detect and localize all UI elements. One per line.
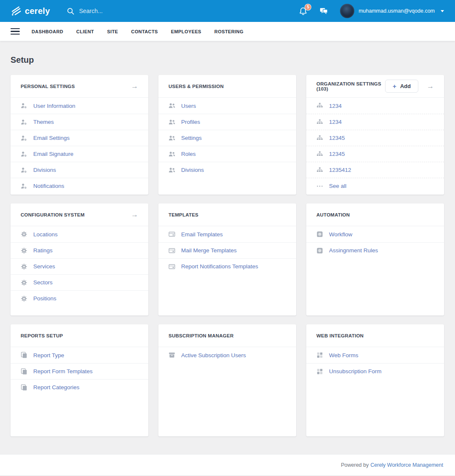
user-gear-icon bbox=[21, 135, 27, 142]
item-report-form-templates[interactable]: Report Form Templates bbox=[11, 363, 148, 379]
add-organization-button[interactable]: + Add bbox=[385, 80, 418, 93]
messages-button[interactable] bbox=[319, 7, 328, 16]
item-divisions-users[interactable]: Divisions bbox=[158, 162, 296, 178]
item-ratings[interactable]: Ratings bbox=[11, 242, 148, 258]
top-header: cerely 5 muhammad.usman@vqode.c bbox=[0, 0, 455, 22]
item-email-templates[interactable]: Email Templates bbox=[158, 226, 296, 242]
gear-icon bbox=[21, 247, 27, 254]
grid-icon bbox=[316, 368, 323, 375]
report-pages-icon bbox=[21, 368, 27, 375]
item-user-information[interactable]: User Information bbox=[11, 98, 148, 114]
users-icon bbox=[169, 102, 175, 109]
card-title: PERSONAL SETTINGS bbox=[21, 84, 75, 89]
card-users-permission: USERS & PERMISSION Users Profiles Settin… bbox=[158, 75, 296, 195]
menu-toggle-button[interactable] bbox=[11, 28, 20, 35]
org-item-4[interactable]: 12345 bbox=[306, 146, 444, 162]
item-workflow[interactable]: Workflow bbox=[306, 226, 444, 242]
user-gear-icon bbox=[21, 167, 27, 174]
item-locations[interactable]: Locations bbox=[11, 226, 148, 242]
sitemap-icon bbox=[316, 119, 323, 126]
nav-item-client[interactable]: CLIENT bbox=[76, 29, 94, 34]
item-themes[interactable]: Themes bbox=[11, 114, 148, 130]
item-roles[interactable]: Roles bbox=[158, 146, 296, 162]
card-title: AUTOMATION bbox=[316, 212, 350, 217]
item-web-forms[interactable]: Web Forms bbox=[306, 347, 444, 363]
notifications-button[interactable]: 5 bbox=[299, 7, 308, 16]
card-title: USERS & PERMISSION bbox=[169, 84, 224, 89]
user-gear-icon bbox=[21, 183, 27, 190]
org-item-5[interactable]: 1235412 bbox=[306, 162, 444, 178]
report-pages-icon bbox=[21, 352, 27, 358]
arrow-right-icon[interactable]: → bbox=[131, 211, 138, 218]
item-unsubscription-form[interactable]: Unsubscription Form bbox=[306, 363, 444, 379]
card-title: SUBSCRIPTION MANAGER bbox=[169, 333, 234, 338]
item-settings[interactable]: Settings bbox=[158, 130, 296, 146]
gear-icon bbox=[21, 295, 27, 302]
org-item-2[interactable]: 1234 bbox=[306, 114, 444, 130]
nav-item-contacts[interactable]: CONTACTS bbox=[131, 29, 158, 34]
arrow-right-icon[interactable]: → bbox=[131, 83, 138, 90]
sitemap-icon bbox=[316, 135, 323, 142]
card-title: TEMPLATES bbox=[169, 212, 198, 217]
card-web-integration: WEB INTEGRATION Web Forms Unsubscription… bbox=[306, 324, 444, 436]
see-all-link[interactable]: See all bbox=[306, 178, 444, 194]
users-icon bbox=[169, 167, 175, 174]
card-title: REPORTS SETUP bbox=[21, 333, 63, 338]
avatar bbox=[340, 4, 354, 18]
card-subscription-manager: SUBSCRIPTION MANAGER Active Subscription… bbox=[158, 324, 296, 436]
archive-icon bbox=[169, 352, 175, 358]
nav-item-dashboard[interactable]: DASHBOARD bbox=[32, 29, 63, 34]
card-personal-settings: PERSONAL SETTINGS → User Information The… bbox=[11, 75, 148, 195]
org-item-1[interactable]: 1234 bbox=[306, 98, 444, 114]
brand-logo[interactable]: cerely bbox=[11, 5, 50, 16]
item-users[interactable]: Users bbox=[158, 98, 296, 114]
nav-item-site[interactable]: SITE bbox=[107, 29, 118, 34]
item-notifications[interactable]: Notifications bbox=[11, 178, 148, 194]
template-icon bbox=[169, 247, 175, 254]
search-input[interactable] bbox=[79, 8, 248, 14]
user-gear-icon bbox=[21, 119, 27, 126]
item-assignment-rules[interactable]: Assingnment Rules bbox=[306, 242, 444, 258]
sitemap-icon bbox=[316, 102, 323, 109]
cerely-workforce-link[interactable]: Cerely Workforce Management bbox=[370, 462, 443, 468]
main-content: Setup PERSONAL SETTINGS → User Informati… bbox=[0, 41, 455, 454]
item-profiles[interactable]: Profiles bbox=[158, 114, 296, 130]
item-report-notifications-templates[interactable]: Report Notifications Templates bbox=[158, 258, 296, 274]
brand-logo-icon bbox=[11, 5, 21, 16]
nav-item-employees[interactable]: EMPLOYEES bbox=[171, 29, 201, 34]
chat-icon bbox=[319, 7, 328, 16]
search-bar[interactable] bbox=[67, 8, 299, 15]
org-item-3[interactable]: 12345 bbox=[306, 130, 444, 146]
user-menu[interactable]: muhammad.usman@vqode.com bbox=[340, 4, 444, 18]
user-gear-icon bbox=[21, 102, 27, 109]
chevron-down-icon bbox=[441, 10, 444, 12]
item-sectors[interactable]: Sectors bbox=[11, 274, 148, 290]
nav-item-rostering[interactable]: ROSTERING bbox=[214, 29, 244, 34]
brand-name: cerely bbox=[25, 6, 50, 16]
grid-icon bbox=[316, 352, 323, 358]
template-icon bbox=[169, 231, 175, 238]
user-gear-icon bbox=[21, 151, 27, 158]
item-active-subscription-users[interactable]: Active Subscription Users bbox=[158, 347, 296, 363]
powered-by-text: Powered by bbox=[341, 462, 369, 468]
item-email-settings[interactable]: Email Settings bbox=[11, 130, 148, 146]
setup-cards-grid: PERSONAL SETTINGS → User Information The… bbox=[11, 75, 444, 436]
gear-icon bbox=[21, 263, 27, 270]
item-divisions-personal[interactable]: Divisions bbox=[11, 162, 148, 178]
automation-gear-icon bbox=[316, 231, 323, 238]
plus-icon: + bbox=[393, 83, 396, 89]
card-organization-settings: ORGANIZATION SETTINGS (103) + Add → 1234… bbox=[306, 75, 444, 195]
card-title: ORGANIZATION SETTINGS (103) bbox=[316, 81, 385, 91]
item-mail-merge-templates[interactable]: Mail Merge Templates bbox=[158, 242, 296, 258]
automation-gear-icon bbox=[316, 247, 323, 254]
item-services[interactable]: Services bbox=[11, 258, 148, 274]
search-icon bbox=[67, 8, 74, 15]
item-email-signature[interactable]: Email Signature bbox=[11, 146, 148, 162]
item-report-type[interactable]: Report Type bbox=[11, 347, 148, 363]
arrow-right-icon[interactable]: → bbox=[427, 83, 434, 90]
notification-count-badge: 5 bbox=[305, 4, 311, 11]
item-report-categories[interactable]: Report Categories bbox=[11, 379, 148, 395]
sitemap-icon bbox=[316, 167, 323, 174]
card-title: WEB INTEGRATION bbox=[316, 333, 364, 338]
item-positions[interactable]: Positions bbox=[11, 290, 148, 306]
